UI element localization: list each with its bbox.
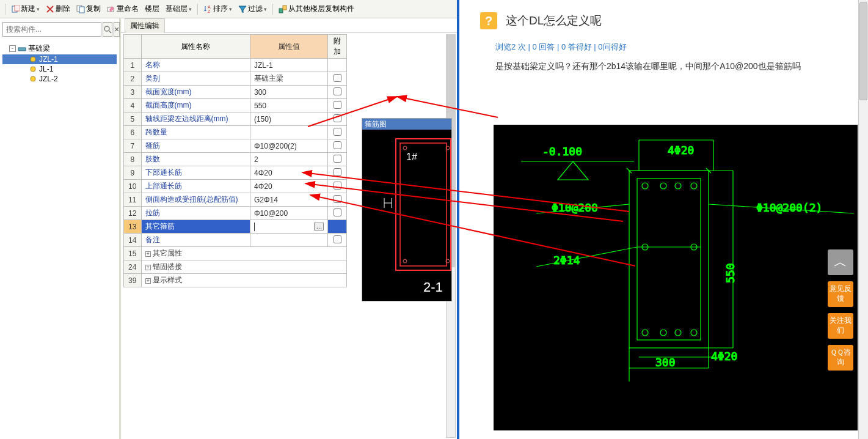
svg-point-14	[31, 57, 35, 62]
copy-icon	[76, 5, 85, 13]
search-button[interactable]	[103, 22, 112, 37]
property-table: 属性名称 属性值 附加 1名称JZL-12类别基础主梁3截面宽度(mm)3004…	[123, 34, 347, 287]
extra-checkbox[interactable]	[334, 101, 341, 109]
property-row[interactable]: 14备注	[124, 234, 347, 247]
svg-text:550: 550	[724, 263, 737, 283]
tree-item-jzl2[interactable]: JZL-2	[2, 74, 117, 84]
svg-rect-13	[18, 48, 26, 51]
svg-rect-17	[396, 139, 451, 270]
extra-checkbox[interactable]	[334, 168, 341, 176]
item-icon	[29, 55, 37, 64]
tree-panel: × - 基础梁 JZL-1 JL-1	[0, 18, 121, 439]
property-row[interactable]: 6跨数量	[124, 126, 347, 139]
tree-root[interactable]: - 基础梁	[2, 43, 117, 54]
property-row[interactable]: 3截面宽度(mm)300	[124, 86, 347, 99]
tree-item-jzl1[interactable]: JZL-1	[2, 54, 117, 64]
expand-icon[interactable]: +	[145, 265, 151, 270]
extra-checkbox[interactable]	[334, 141, 341, 149]
copy-button[interactable]: 复制	[74, 2, 103, 15]
floor-label: 楼层	[145, 4, 159, 14]
feedback-button[interactable]: 意见反馈	[828, 281, 853, 307]
property-row[interactable]: 7箍筋Φ10@200(2)	[124, 139, 347, 153]
tree-item-jl1[interactable]: JL-1	[2, 64, 117, 74]
svg-text:4Φ20: 4Φ20	[668, 144, 694, 157]
extra-checkbox[interactable]	[334, 74, 341, 82]
right-scrollbar[interactable]	[858, 0, 868, 439]
property-row[interactable]: 8肢数2	[124, 153, 347, 166]
property-row[interactable]: 2类别基础主梁	[124, 72, 347, 86]
extra-checkbox[interactable]	[334, 128, 341, 136]
stirrup-diagram-window[interactable]: 箍筋图 1# 2-1	[362, 118, 452, 301]
svg-line-49	[536, 247, 637, 267]
copy-from-other-button[interactable]: 从其他楼层复制构件	[276, 2, 357, 15]
property-group-row[interactable]: 24+ 锚固搭接	[124, 260, 347, 274]
extra-checkbox[interactable]	[334, 114, 341, 122]
scroll-top-button[interactable]: ︿	[828, 249, 853, 275]
expand-icon[interactable]: +	[145, 251, 151, 257]
col-name: 属性名称	[141, 35, 250, 59]
qq-button[interactable]: ＱＱ咨询	[828, 345, 853, 371]
svg-text:4Φ20: 4Φ20	[711, 350, 737, 363]
col-value: 属性值	[250, 35, 327, 59]
extra-checkbox[interactable]	[334, 155, 341, 163]
new-icon	[11, 5, 20, 13]
component-tree: - 基础梁 JZL-1 JL-1 JZL-2	[1, 40, 118, 86]
sort-button[interactable]: AZ 排序▾	[201, 2, 235, 15]
svg-rect-1	[15, 5, 20, 11]
filter-button[interactable]: 过滤▾	[236, 2, 269, 15]
follow-button[interactable]: 关注我们	[828, 313, 853, 339]
svg-point-43	[691, 330, 697, 336]
svg-line-12	[109, 31, 111, 33]
delete-button[interactable]: 删除	[43, 2, 73, 15]
more-button[interactable]: …	[314, 223, 324, 231]
svg-text:300: 300	[655, 356, 676, 369]
question-icon: ?	[480, 12, 497, 29]
sort-icon: AZ	[203, 5, 212, 13]
item-icon	[29, 65, 37, 73]
property-group-row[interactable]: 39+ 显示样式	[124, 274, 347, 287]
extra-checkbox[interactable]	[334, 195, 341, 203]
svg-text:Φ10@200(2): Φ10@200(2)	[756, 201, 822, 214]
svg-point-39	[691, 183, 697, 189]
search-close[interactable]: ×	[114, 22, 120, 37]
search-input[interactable]	[2, 22, 101, 37]
extra-checkbox[interactable]	[334, 208, 341, 216]
extra-checkbox[interactable]	[334, 87, 341, 95]
svg-point-16	[31, 76, 35, 81]
floor-combo[interactable]: 基础层 ▾	[163, 2, 194, 15]
property-row[interactable]: 13其它箍筋…	[124, 220, 347, 234]
beam-icon	[18, 45, 26, 53]
property-group-row[interactable]: 15+ 其它属性	[124, 247, 347, 260]
filter-icon	[238, 5, 247, 13]
collapse-icon[interactable]: -	[9, 45, 16, 52]
expand-icon[interactable]: +	[145, 278, 151, 284]
property-row[interactable]: 10上部通长筋4Φ20	[124, 180, 347, 193]
svg-point-42	[675, 330, 681, 336]
svg-point-19	[403, 146, 407, 150]
property-row[interactable]: 12拉筋Φ10@200	[124, 207, 347, 220]
property-tab[interactable]: 属性编辑	[125, 18, 165, 33]
extra-checkbox[interactable]	[334, 182, 341, 190]
floor-combo-label: 基础层	[166, 4, 188, 14]
delete-icon	[46, 5, 54, 13]
cad-diagram: -0.100 4Φ20 Φ10@200 2Φ14 Φ10@200(2) 550 …	[494, 125, 858, 430]
svg-point-37	[660, 183, 666, 189]
svg-point-15	[31, 67, 35, 72]
svg-rect-10	[283, 6, 286, 10]
extra-checkbox[interactable]	[334, 235, 341, 243]
svg-text:Φ10@200: Φ10@200	[552, 201, 598, 214]
rename-button[interactable]: 重命名	[104, 2, 141, 15]
property-row[interactable]: 9下部通长筋4Φ20	[124, 166, 347, 180]
new-button[interactable]: 新建▾	[9, 2, 42, 15]
floor-button[interactable]: 楼层	[142, 2, 162, 15]
rename-icon	[107, 5, 115, 13]
question-stats: 浏览2 次 | 0 回答 | 0 答得好 | 0问得好	[462, 38, 868, 59]
rename-label: 重命名	[117, 4, 139, 14]
property-row[interactable]: 4截面高度(mm)550	[124, 99, 347, 113]
property-row[interactable]: 11侧面构造或受扭筋(总配筋值)G2Φ14	[124, 193, 347, 207]
copy-from-icon	[279, 5, 287, 13]
property-row[interactable]: 1名称JZL-1	[124, 59, 347, 72]
svg-text:2-1: 2-1	[423, 279, 443, 295]
property-row[interactable]: 5轴线距梁左边线距离(mm)(150)	[124, 113, 347, 126]
col-extra: 附加	[328, 35, 347, 59]
